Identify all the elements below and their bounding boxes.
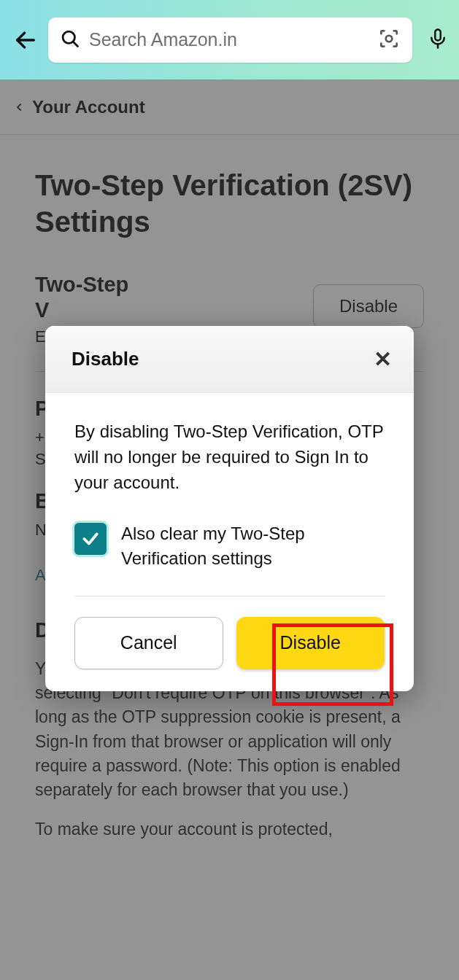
close-icon[interactable]: ✕ (374, 346, 392, 372)
divider (74, 596, 385, 596)
svg-point-3 (386, 35, 393, 42)
search-icon (60, 28, 80, 52)
confirm-disable-button[interactable]: Disable (236, 617, 385, 669)
disable-modal: Disable ✕ By disabling Two-Step Verifica… (45, 326, 414, 691)
search-bar[interactable] (48, 18, 412, 63)
modal-message: By disabling Two-Step Verification, OTP … (74, 419, 385, 495)
check-icon (81, 529, 100, 548)
clear-settings-label: Also clear my Two-Step Verification sett… (121, 521, 385, 570)
camera-lens-icon[interactable] (377, 27, 401, 53)
back-arrow-icon[interactable] (13, 28, 38, 52)
modal-title: Disable (72, 348, 139, 370)
clear-settings-checkbox[interactable] (74, 523, 107, 555)
cancel-button[interactable]: Cancel (74, 617, 223, 669)
search-input[interactable] (89, 29, 371, 50)
svg-rect-4 (435, 29, 441, 40)
svg-line-2 (73, 42, 77, 46)
microphone-icon[interactable] (427, 26, 449, 54)
